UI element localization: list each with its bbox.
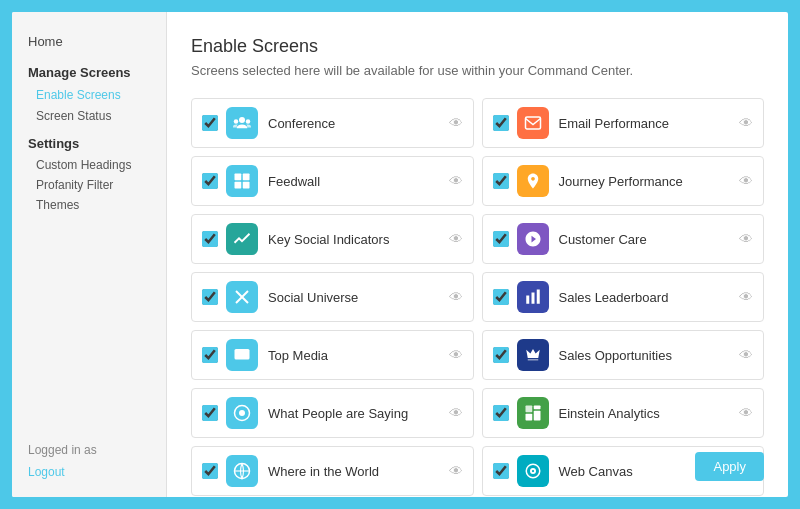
- eye-icon-key-social[interactable]: 👁: [449, 231, 463, 247]
- screen-icon-einstein: [517, 397, 549, 429]
- svg-point-1: [234, 119, 239, 124]
- screen-checkbox-social-universe[interactable]: [202, 289, 218, 305]
- screen-item-email-perf: Email Performance 👁: [482, 98, 765, 148]
- sidebar-logout-link[interactable]: Logout: [12, 463, 166, 481]
- svg-rect-11: [531, 293, 534, 304]
- screen-item-social-universe: Social Universe 👁: [191, 272, 474, 322]
- screen-name-conference: Conference: [268, 116, 443, 131]
- svg-rect-10: [526, 296, 529, 304]
- eye-icon-where-world[interactable]: 👁: [449, 463, 463, 479]
- screen-name-einstein: Einstein Analytics: [559, 406, 734, 421]
- sidebar-link-screen-status[interactable]: Screen Status: [12, 106, 166, 126]
- sidebar-link-custom-headings[interactable]: Custom Headings: [12, 155, 166, 175]
- sidebar-link-profanity-filter[interactable]: Profanity Filter: [12, 175, 166, 195]
- screen-name-top-media: Top Media: [268, 348, 443, 363]
- app-container: Home Manage Screens Enable Screens Scree…: [10, 10, 790, 499]
- screen-name-email-perf: Email Performance: [559, 116, 734, 131]
- screen-name-sales-opp: Sales Opportunities: [559, 348, 734, 363]
- screen-checkbox-feedwall[interactable]: [202, 173, 218, 189]
- screen-icon-journey-perf: [517, 165, 549, 197]
- screen-icon-sales-opp: [517, 339, 549, 371]
- screen-name-key-social: Key Social Indicators: [268, 232, 443, 247]
- eye-icon-sales-leader[interactable]: 👁: [739, 289, 753, 305]
- screen-icon-customer-care: [517, 223, 549, 255]
- screen-item-top-media: Top Media 👁: [191, 330, 474, 380]
- sidebar-link-enable-screens[interactable]: Enable Screens: [12, 84, 166, 106]
- eye-icon-sales-opp[interactable]: 👁: [739, 347, 753, 363]
- screen-item-key-social: Key Social Indicators 👁: [191, 214, 474, 264]
- eye-icon-customer-care[interactable]: 👁: [739, 231, 753, 247]
- screen-checkbox-einstein[interactable]: [493, 405, 509, 421]
- screen-checkbox-customer-care[interactable]: [493, 231, 509, 247]
- eye-icon-einstein[interactable]: 👁: [739, 405, 753, 421]
- sidebar-item-home[interactable]: Home: [12, 28, 166, 55]
- svg-point-2: [246, 119, 251, 124]
- eye-icon-what-people[interactable]: 👁: [449, 405, 463, 421]
- screen-item-sales-leader: Sales Leaderboard 👁: [482, 272, 765, 322]
- screen-icon-conference: [226, 107, 258, 139]
- screen-checkbox-conference[interactable]: [202, 115, 218, 131]
- main-content: Enable Screens Screens selected here wil…: [167, 12, 788, 497]
- screen-checkbox-web-canvas[interactable]: [493, 463, 509, 479]
- eye-icon-journey-perf[interactable]: 👁: [739, 173, 753, 189]
- screen-item-sales-opp: Sales Opportunities 👁: [482, 330, 765, 380]
- eye-icon-email-perf[interactable]: 👁: [739, 115, 753, 131]
- page-title: Enable Screens: [191, 36, 764, 57]
- apply-button[interactable]: Apply: [695, 452, 764, 481]
- screen-icon-sales-leader: [517, 281, 549, 313]
- svg-rect-18: [533, 406, 540, 410]
- screen-name-what-people: What People are Saying: [268, 406, 443, 421]
- screen-icon-what-people: [226, 397, 258, 429]
- svg-rect-7: [243, 182, 250, 189]
- screen-item-where-world: Where in the World 👁: [191, 446, 474, 496]
- screen-checkbox-sales-leader[interactable]: [493, 289, 509, 305]
- svg-rect-5: [243, 174, 250, 181]
- screen-name-customer-care: Customer Care: [559, 232, 734, 247]
- screen-checkbox-top-media[interactable]: [202, 347, 218, 363]
- screen-item-what-people: What People are Saying 👁: [191, 388, 474, 438]
- svg-rect-4: [235, 174, 242, 181]
- eye-icon-feedwall[interactable]: 👁: [449, 173, 463, 189]
- screen-icon-email-perf: [517, 107, 549, 139]
- screen-name-feedwall: Feedwall: [268, 174, 443, 189]
- screen-checkbox-sales-opp[interactable]: [493, 347, 509, 363]
- svg-rect-17: [525, 406, 532, 413]
- screen-name-social-universe: Social Universe: [268, 290, 443, 305]
- screen-checkbox-journey-perf[interactable]: [493, 173, 509, 189]
- eye-icon-conference[interactable]: 👁: [449, 115, 463, 131]
- page-subtitle: Screens selected here will be available …: [191, 63, 764, 78]
- sidebar-logged-in-label: Logged in as: [12, 437, 166, 463]
- screen-name-journey-perf: Journey Performance: [559, 174, 734, 189]
- screens-grid: Conference 👁 Email Performance 👁 Feedwal…: [191, 98, 764, 497]
- screen-item-feedwall: Feedwall 👁: [191, 156, 474, 206]
- svg-rect-3: [525, 117, 540, 129]
- svg-point-16: [239, 410, 245, 416]
- sidebar-link-themes[interactable]: Themes: [12, 195, 166, 215]
- screen-item-einstein: Einstein Analytics 👁: [482, 388, 765, 438]
- screen-icon-web-canvas: [517, 455, 549, 487]
- screen-item-conference: Conference 👁: [191, 98, 474, 148]
- eye-icon-social-universe[interactable]: 👁: [449, 289, 463, 305]
- svg-rect-12: [536, 290, 539, 304]
- screen-checkbox-where-world[interactable]: [202, 463, 218, 479]
- screen-item-customer-care: Customer Care 👁: [482, 214, 765, 264]
- screen-item-journey-perf: Journey Performance 👁: [482, 156, 765, 206]
- screen-icon-feedwall: [226, 165, 258, 197]
- svg-rect-6: [235, 182, 242, 189]
- screen-checkbox-key-social[interactable]: [202, 231, 218, 247]
- screen-name-where-world: Where in the World: [268, 464, 443, 479]
- screen-icon-social-universe: [226, 281, 258, 313]
- screen-icon-top-media: [226, 339, 258, 371]
- sidebar-section-settings: Settings: [12, 126, 166, 155]
- svg-point-0: [239, 117, 245, 123]
- eye-icon-top-media[interactable]: 👁: [449, 347, 463, 363]
- screen-icon-key-social: [226, 223, 258, 255]
- screen-name-sales-leader: Sales Leaderboard: [559, 290, 734, 305]
- svg-rect-19: [533, 411, 540, 421]
- svg-rect-20: [525, 414, 532, 421]
- screen-checkbox-what-people[interactable]: [202, 405, 218, 421]
- screen-checkbox-email-perf[interactable]: [493, 115, 509, 131]
- sidebar: Home Manage Screens Enable Screens Scree…: [12, 12, 167, 497]
- screen-icon-where-world: [226, 455, 258, 487]
- svg-point-25: [531, 470, 533, 472]
